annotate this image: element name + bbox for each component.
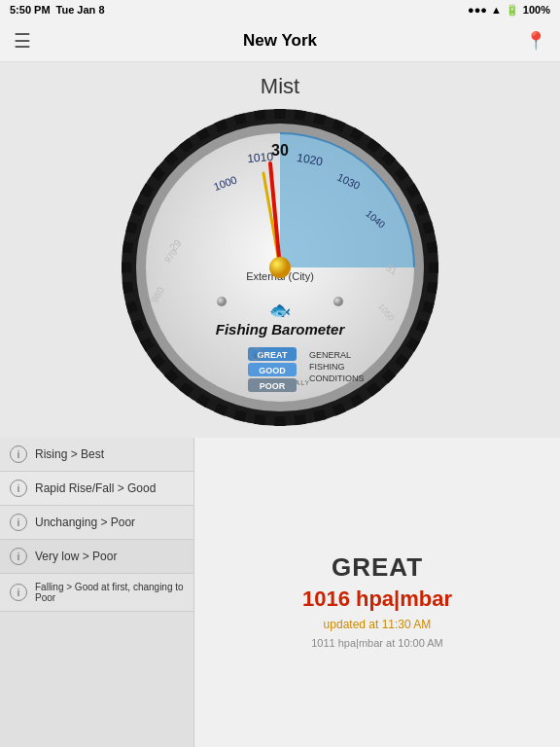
reading-pressure: 1016 hpa|mbar — [302, 587, 452, 612]
menu-icon[interactable]: ☰ — [14, 29, 31, 53]
weather-condition: Mist — [0, 62, 560, 107]
svg-marker-26 — [122, 262, 131, 272]
list-item[interactable]: i Rapid Rise/Fall > Good — [0, 472, 193, 506]
status-time: 5:50 PM — [10, 4, 51, 16]
info-text-2: Rapid Rise/Fall > Good — [35, 481, 156, 495]
battery-icon: 🔋 — [506, 4, 519, 17]
reading-panel: GREAT 1016 hpa|mbar updated at 11:30 AM … — [194, 438, 560, 747]
bottom-panel: i Rising > Best i Rapid Rise/Fall > Good… — [0, 438, 560, 747]
barometer-section: teeth 30 29 980 970 — [0, 107, 560, 438]
list-item[interactable]: i Falling > Good at first, changing to P… — [0, 574, 193, 612]
svg-text:GENERAL: GENERAL — [309, 350, 351, 360]
wifi-icon: ▲ — [491, 4, 502, 16]
battery-level: 100% — [523, 4, 550, 16]
svg-marker-49 — [427, 241, 438, 253]
info-text-1: Rising > Best — [35, 447, 104, 461]
gear-ring: teeth 30 29 980 970 — [120, 107, 440, 428]
svg-marker-38 — [274, 109, 285, 119]
barometer-dial: teeth 30 29 980 970 — [120, 107, 440, 428]
svg-text:Fishing Barometer: Fishing Barometer — [216, 321, 346, 338]
svg-marker-2 — [429, 262, 438, 272]
svg-marker-27 — [122, 241, 133, 253]
reading-updated: updated at 11:30 AM — [324, 618, 432, 631]
info-icon-1: i — [10, 445, 27, 463]
info-list: i Rising > Best i Rapid Rise/Fall > Good… — [0, 438, 194, 747]
svg-marker-3 — [427, 282, 438, 294]
svg-text:30: 30 — [271, 142, 289, 159]
svg-text:GOOD: GOOD — [259, 366, 286, 375]
info-icon-5: i — [10, 584, 27, 601]
svg-text:POOR: POOR — [260, 381, 286, 391]
svg-marker-25 — [122, 282, 133, 294]
page-title: New York — [243, 31, 317, 51]
status-day: Tue Jan 8 — [56, 4, 105, 16]
svg-text:CONDITIONS: CONDITIONS — [309, 374, 365, 383]
svg-marker-13 — [295, 414, 306, 425]
top-nav: ☰ New York 📍 — [0, 19, 560, 62]
svg-marker-39 — [295, 110, 306, 121]
list-item[interactable]: i Unchanging > Poor — [0, 506, 193, 540]
svg-point-78 — [333, 297, 343, 306]
signal-icon: ●●● — [468, 4, 487, 16]
svg-text:i: i — [255, 351, 257, 360]
info-text-4: Very low > Poor — [35, 550, 117, 563]
svg-text:FISHING: FISHING — [309, 362, 345, 372]
svg-marker-14 — [274, 416, 285, 426]
reading-previous: 1011 hpa|mbar at 10:00 AM — [311, 637, 443, 649]
reading-quality: GREAT — [332, 552, 423, 583]
info-icon-2: i — [10, 480, 27, 497]
info-icon-3: i — [10, 514, 27, 531]
svg-point-82 — [269, 257, 291, 278]
svg-point-77 — [217, 297, 227, 306]
location-icon[interactable]: 📍 — [525, 30, 546, 52]
svg-marker-37 — [254, 110, 265, 121]
list-item[interactable]: i Very low > Poor — [0, 540, 193, 574]
info-text-3: Unchanging > Poor — [35, 516, 135, 529]
svg-marker-15 — [254, 414, 265, 425]
info-text-5: Falling > Good at first, changing to Poo… — [35, 582, 184, 603]
status-bar: 5:50 PM Tue Jan 8 ●●● ▲ 🔋 100% — [0, 0, 560, 19]
list-item[interactable]: i Rising > Best — [0, 438, 193, 472]
svg-text:🐟: 🐟 — [269, 300, 292, 321]
info-icon-4: i — [10, 548, 27, 565]
